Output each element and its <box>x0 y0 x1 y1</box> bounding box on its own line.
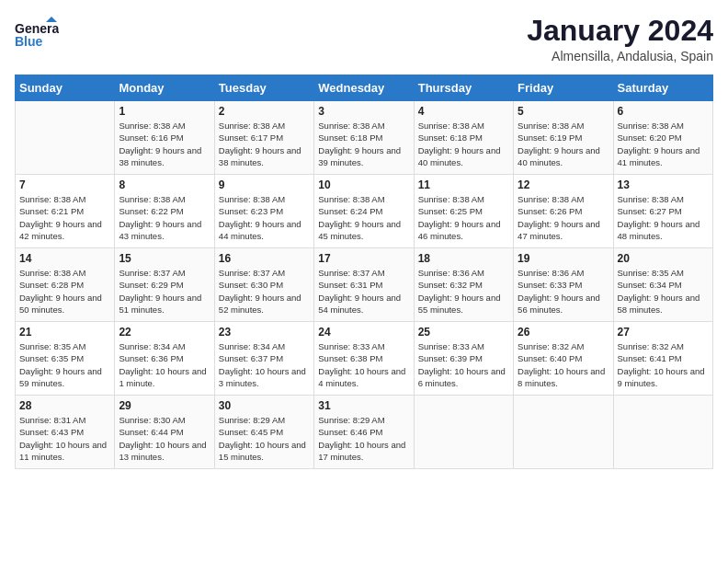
day-info: Sunrise: 8:35 AMSunset: 6:34 PMDaylight:… <box>618 267 709 316</box>
calendar-cell: 11Sunrise: 8:38 AMSunset: 6:25 PMDayligh… <box>414 175 513 248</box>
calendar-cell: 21Sunrise: 8:35 AMSunset: 6:35 PMDayligh… <box>16 322 115 396</box>
day-number: 8 <box>119 178 210 191</box>
logo: General Blue <box>15 15 59 53</box>
calendar-cell: 6Sunrise: 8:38 AMSunset: 6:20 PMDaylight… <box>613 101 712 175</box>
calendar-cell <box>613 396 712 469</box>
day-info: Sunrise: 8:38 AMSunset: 6:16 PMDaylight:… <box>119 120 210 168</box>
day-number: 7 <box>19 178 110 191</box>
day-number: 2 <box>219 105 310 118</box>
day-number: 4 <box>418 105 509 118</box>
day-info: Sunrise: 8:37 AMSunset: 6:29 PMDaylight:… <box>119 267 210 316</box>
day-info: Sunrise: 8:38 AMSunset: 6:27 PMDaylight:… <box>618 193 709 242</box>
day-info: Sunrise: 8:38 AMSunset: 6:20 PMDaylight:… <box>618 120 709 168</box>
day-info: Sunrise: 8:38 AMSunset: 6:19 PMDaylight:… <box>518 120 609 168</box>
day-info: Sunrise: 8:38 AMSunset: 6:23 PMDaylight:… <box>219 193 310 242</box>
week-row: 21Sunrise: 8:35 AMSunset: 6:35 PMDayligh… <box>16 322 713 396</box>
calendar-cell: 25Sunrise: 8:33 AMSunset: 6:39 PMDayligh… <box>414 322 513 396</box>
day-number: 12 <box>518 178 609 191</box>
title-section: January 2024 Almensilla, Andalusia, Spai… <box>527 15 713 63</box>
week-row: 1Sunrise: 8:38 AMSunset: 6:16 PMDaylight… <box>16 101 713 175</box>
day-info: Sunrise: 8:36 AMSunset: 6:32 PMDaylight:… <box>418 267 509 316</box>
calendar-cell: 20Sunrise: 8:35 AMSunset: 6:34 PMDayligh… <box>613 248 712 322</box>
day-number: 20 <box>618 252 709 265</box>
calendar-cell <box>16 101 115 175</box>
day-number: 11 <box>418 178 509 191</box>
day-number: 10 <box>318 178 409 191</box>
day-info: Sunrise: 8:38 AMSunset: 6:17 PMDaylight:… <box>219 120 310 168</box>
day-info: Sunrise: 8:38 AMSunset: 6:24 PMDaylight:… <box>318 193 409 242</box>
calendar-cell: 7Sunrise: 8:38 AMSunset: 6:21 PMDaylight… <box>16 175 115 248</box>
svg-text:Blue: Blue <box>15 34 43 49</box>
day-info: Sunrise: 8:38 AMSunset: 6:21 PMDaylight:… <box>19 193 110 242</box>
calendar-cell: 28Sunrise: 8:31 AMSunset: 6:43 PMDayligh… <box>16 396 115 469</box>
day-number: 31 <box>318 399 409 412</box>
day-number: 18 <box>418 252 509 265</box>
page-header: General Blue January 2024 Almensilla, An… <box>15 15 713 63</box>
day-number: 1 <box>119 105 210 118</box>
calendar-cell: 1Sunrise: 8:38 AMSunset: 6:16 PMDaylight… <box>115 101 214 175</box>
calendar-header-row: Sunday Monday Tuesday Wednesday Thursday… <box>16 75 713 101</box>
day-number: 17 <box>318 252 409 265</box>
day-number: 16 <box>219 252 310 265</box>
day-info: Sunrise: 8:29 AMSunset: 6:45 PMDaylight:… <box>219 414 310 463</box>
day-number: 13 <box>618 178 709 191</box>
calendar-cell: 2Sunrise: 8:38 AMSunset: 6:17 PMDaylight… <box>214 101 313 175</box>
day-info: Sunrise: 8:31 AMSunset: 6:43 PMDaylight:… <box>19 414 110 463</box>
day-number: 24 <box>318 326 409 339</box>
day-number: 15 <box>119 252 210 265</box>
day-info: Sunrise: 8:29 AMSunset: 6:46 PMDaylight:… <box>318 414 409 463</box>
day-info: Sunrise: 8:37 AMSunset: 6:31 PMDaylight:… <box>318 267 409 316</box>
svg-marker-2 <box>46 17 57 22</box>
day-number: 25 <box>418 326 509 339</box>
calendar-cell: 13Sunrise: 8:38 AMSunset: 6:27 PMDayligh… <box>613 175 712 248</box>
col-friday: Friday <box>514 75 613 101</box>
calendar-cell: 30Sunrise: 8:29 AMSunset: 6:45 PMDayligh… <box>214 396 313 469</box>
calendar-subtitle: Almensilla, Andalusia, Spain <box>527 49 713 63</box>
calendar-cell: 5Sunrise: 8:38 AMSunset: 6:19 PMDaylight… <box>514 101 613 175</box>
col-monday: Monday <box>115 75 214 101</box>
day-info: Sunrise: 8:38 AMSunset: 6:18 PMDaylight:… <box>418 120 509 168</box>
calendar-cell: 12Sunrise: 8:38 AMSunset: 6:26 PMDayligh… <box>514 175 613 248</box>
day-info: Sunrise: 8:38 AMSunset: 6:22 PMDaylight:… <box>119 193 210 242</box>
calendar-cell: 17Sunrise: 8:37 AMSunset: 6:31 PMDayligh… <box>314 248 414 322</box>
day-number: 26 <box>518 326 609 339</box>
day-number: 27 <box>618 326 709 339</box>
calendar-cell: 26Sunrise: 8:32 AMSunset: 6:40 PMDayligh… <box>514 322 613 396</box>
col-saturday: Saturday <box>613 75 712 101</box>
calendar-cell: 27Sunrise: 8:32 AMSunset: 6:41 PMDayligh… <box>613 322 712 396</box>
day-info: Sunrise: 8:34 AMSunset: 6:36 PMDaylight:… <box>119 340 210 389</box>
day-info: Sunrise: 8:36 AMSunset: 6:33 PMDaylight:… <box>518 267 609 316</box>
calendar-cell: 10Sunrise: 8:38 AMSunset: 6:24 PMDayligh… <box>314 175 414 248</box>
col-tuesday: Tuesday <box>214 75 313 101</box>
day-number: 9 <box>219 178 310 191</box>
col-wednesday: Wednesday <box>314 75 414 101</box>
calendar-cell: 31Sunrise: 8:29 AMSunset: 6:46 PMDayligh… <box>314 396 414 469</box>
calendar-cell: 3Sunrise: 8:38 AMSunset: 6:18 PMDaylight… <box>314 101 414 175</box>
calendar-cell: 23Sunrise: 8:34 AMSunset: 6:37 PMDayligh… <box>214 322 313 396</box>
calendar-cell: 15Sunrise: 8:37 AMSunset: 6:29 PMDayligh… <box>115 248 214 322</box>
week-row: 28Sunrise: 8:31 AMSunset: 6:43 PMDayligh… <box>16 396 713 469</box>
day-info: Sunrise: 8:38 AMSunset: 6:18 PMDaylight:… <box>318 120 409 168</box>
day-number: 29 <box>119 399 210 412</box>
day-info: Sunrise: 8:32 AMSunset: 6:41 PMDaylight:… <box>618 340 709 389</box>
day-info: Sunrise: 8:34 AMSunset: 6:37 PMDaylight:… <box>219 340 310 389</box>
day-number: 5 <box>518 105 609 118</box>
day-info: Sunrise: 8:32 AMSunset: 6:40 PMDaylight:… <box>518 340 609 389</box>
week-row: 14Sunrise: 8:38 AMSunset: 6:28 PMDayligh… <box>16 248 713 322</box>
day-info: Sunrise: 8:38 AMSunset: 6:25 PMDaylight:… <box>418 193 509 242</box>
calendar-cell <box>414 396 513 469</box>
calendar-title: January 2024 <box>527 15 713 47</box>
calendar-cell: 18Sunrise: 8:36 AMSunset: 6:32 PMDayligh… <box>414 248 513 322</box>
day-number: 21 <box>19 326 110 339</box>
calendar-cell <box>514 396 613 469</box>
calendar-cell: 4Sunrise: 8:38 AMSunset: 6:18 PMDaylight… <box>414 101 513 175</box>
day-info: Sunrise: 8:38 AMSunset: 6:26 PMDaylight:… <box>518 193 609 242</box>
week-row: 7Sunrise: 8:38 AMSunset: 6:21 PMDaylight… <box>16 175 713 248</box>
day-number: 30 <box>219 399 310 412</box>
calendar-cell: 24Sunrise: 8:33 AMSunset: 6:38 PMDayligh… <box>314 322 414 396</box>
day-number: 19 <box>518 252 609 265</box>
logo-icon: General Blue <box>15 15 59 53</box>
calendar-cell: 19Sunrise: 8:36 AMSunset: 6:33 PMDayligh… <box>514 248 613 322</box>
calendar-cell: 16Sunrise: 8:37 AMSunset: 6:30 PMDayligh… <box>214 248 313 322</box>
day-info: Sunrise: 8:33 AMSunset: 6:39 PMDaylight:… <box>418 340 509 389</box>
